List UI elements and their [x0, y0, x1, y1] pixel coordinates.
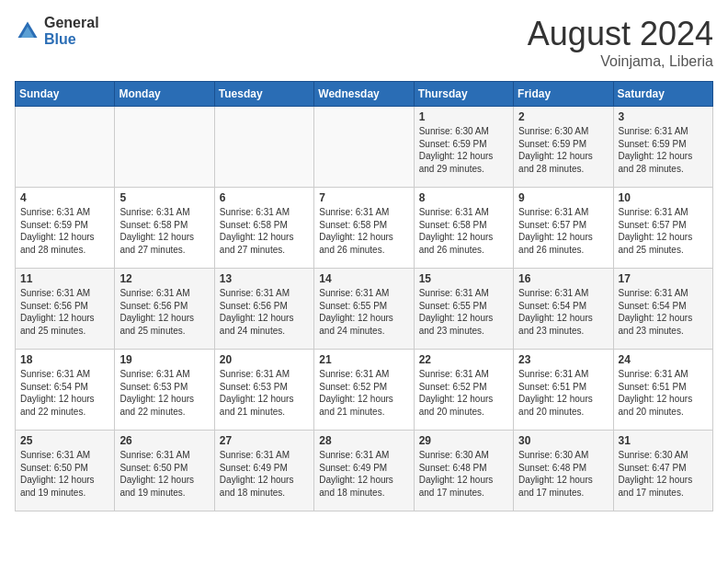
day-info: Sunrise: 6:31 AM Sunset: 6:55 PM Dayligh… [419, 287, 508, 337]
day-number: 7 [319, 191, 408, 204]
day-number: 15 [419, 272, 508, 285]
day-info: Sunrise: 6:30 AM Sunset: 6:59 PM Dayligh… [518, 125, 608, 175]
day-info: Sunrise: 6:31 AM Sunset: 6:54 PM Dayligh… [518, 287, 608, 337]
calendar-cell: 25Sunrise: 6:31 AM Sunset: 6:50 PM Dayli… [16, 431, 115, 511]
day-info: Sunrise: 6:30 AM Sunset: 6:48 PM Dayligh… [518, 449, 608, 499]
calendar-cell: 28Sunrise: 6:31 AM Sunset: 6:49 PM Dayli… [314, 431, 414, 511]
day-info: Sunrise: 6:31 AM Sunset: 6:55 PM Dayligh… [319, 287, 408, 337]
calendar-cell: 11Sunrise: 6:31 AM Sunset: 6:56 PM Dayli… [16, 269, 115, 350]
calendar-cell: 19Sunrise: 6:31 AM Sunset: 6:53 PM Dayli… [115, 350, 214, 431]
logo-icon [15, 18, 40, 44]
day-number: 27 [220, 434, 309, 447]
day-number: 18 [20, 353, 109, 366]
calendar-cell: 16Sunrise: 6:31 AM Sunset: 6:54 PM Dayli… [514, 269, 613, 350]
calendar-cell: 13Sunrise: 6:31 AM Sunset: 6:56 PM Dayli… [214, 269, 313, 350]
day-info: Sunrise: 6:31 AM Sunset: 6:53 PM Dayligh… [119, 368, 209, 418]
calendar-cell: 21Sunrise: 6:31 AM Sunset: 6:52 PM Dayli… [314, 350, 414, 431]
calendar-cell: 18Sunrise: 6:31 AM Sunset: 6:54 PM Dayli… [16, 350, 115, 431]
day-number: 29 [419, 434, 508, 447]
logo-general-text: General [44, 15, 99, 30]
day-number: 10 [619, 191, 708, 204]
day-number: 13 [220, 272, 309, 285]
day-number: 3 [619, 110, 708, 123]
calendar-cell: 29Sunrise: 6:30 AM Sunset: 6:48 PM Dayli… [414, 431, 513, 511]
day-number: 9 [518, 191, 608, 204]
day-info: Sunrise: 6:31 AM Sunset: 6:50 PM Dayligh… [119, 449, 209, 499]
day-info: Sunrise: 6:31 AM Sunset: 6:57 PM Dayligh… [619, 206, 708, 256]
calendar-cell: 9Sunrise: 6:31 AM Sunset: 6:57 PM Daylig… [514, 188, 613, 269]
calendar-cell: 20Sunrise: 6:31 AM Sunset: 6:53 PM Dayli… [214, 350, 313, 431]
day-info: Sunrise: 6:31 AM Sunset: 6:51 PM Dayligh… [619, 368, 708, 418]
calendar-week-1: 1Sunrise: 6:30 AM Sunset: 6:59 PM Daylig… [16, 107, 713, 188]
calendar-cell: 17Sunrise: 6:31 AM Sunset: 6:54 PM Dayli… [613, 269, 712, 350]
calendar-table: SundayMondayTuesdayWednesdayThursdayFrid… [15, 81, 713, 511]
day-info: Sunrise: 6:31 AM Sunset: 6:50 PM Dayligh… [20, 449, 109, 499]
calendar-cell: 23Sunrise: 6:31 AM Sunset: 6:51 PM Dayli… [514, 350, 613, 431]
calendar-cell: 12Sunrise: 6:31 AM Sunset: 6:56 PM Dayli… [115, 269, 214, 350]
calendar-cell: 7Sunrise: 6:31 AM Sunset: 6:58 PM Daylig… [314, 188, 414, 269]
calendar-cell: 15Sunrise: 6:31 AM Sunset: 6:55 PM Dayli… [414, 269, 513, 350]
calendar-cell: 10Sunrise: 6:31 AM Sunset: 6:57 PM Dayli… [613, 188, 712, 269]
calendar-cell: 3Sunrise: 6:31 AM Sunset: 6:59 PM Daylig… [613, 107, 712, 188]
day-info: Sunrise: 6:31 AM Sunset: 6:51 PM Dayligh… [518, 368, 608, 418]
day-number: 25 [20, 434, 109, 447]
calendar-week-4: 18Sunrise: 6:31 AM Sunset: 6:54 PM Dayli… [16, 350, 713, 431]
calendar-cell: 14Sunrise: 6:31 AM Sunset: 6:55 PM Dayli… [314, 269, 414, 350]
day-number: 2 [518, 110, 608, 123]
day-number: 24 [619, 353, 708, 366]
calendar-cell [16, 107, 115, 188]
day-info: Sunrise: 6:31 AM Sunset: 6:53 PM Dayligh… [220, 368, 309, 418]
col-header-friday: Friday [514, 82, 613, 107]
col-header-monday: Monday [115, 82, 214, 107]
day-info: Sunrise: 6:30 AM Sunset: 6:47 PM Dayligh… [619, 449, 708, 499]
calendar-week-3: 11Sunrise: 6:31 AM Sunset: 6:56 PM Dayli… [16, 269, 713, 350]
day-number: 1 [419, 110, 508, 123]
calendar-cell [115, 107, 214, 188]
day-number: 11 [20, 272, 109, 285]
calendar-title: August 2024 [528, 15, 713, 53]
day-number: 19 [119, 353, 209, 366]
calendar-cell: 30Sunrise: 6:30 AM Sunset: 6:48 PM Dayli… [514, 431, 613, 511]
calendar-cell: 5Sunrise: 6:31 AM Sunset: 6:58 PM Daylig… [115, 188, 214, 269]
calendar-cell: 24Sunrise: 6:31 AM Sunset: 6:51 PM Dayli… [613, 350, 712, 431]
day-info: Sunrise: 6:31 AM Sunset: 6:59 PM Dayligh… [20, 206, 109, 256]
calendar-cell: 22Sunrise: 6:31 AM Sunset: 6:52 PM Dayli… [414, 350, 513, 431]
calendar-week-2: 4Sunrise: 6:31 AM Sunset: 6:59 PM Daylig… [16, 188, 713, 269]
day-info: Sunrise: 6:31 AM Sunset: 6:49 PM Dayligh… [319, 449, 408, 499]
col-header-saturday: Saturday [613, 82, 712, 107]
logo: General Blue [15, 15, 99, 47]
calendar-cell: 26Sunrise: 6:31 AM Sunset: 6:50 PM Dayli… [115, 431, 214, 511]
col-header-sunday: Sunday [16, 82, 115, 107]
calendar-cell: 27Sunrise: 6:31 AM Sunset: 6:49 PM Dayli… [214, 431, 313, 511]
calendar-subtitle: Voinjama, Liberia [528, 53, 713, 70]
day-info: Sunrise: 6:31 AM Sunset: 6:58 PM Dayligh… [119, 206, 209, 256]
page-header: General Blue August 2024 Voinjama, Liber… [15, 15, 713, 70]
col-header-wednesday: Wednesday [314, 82, 414, 107]
day-info: Sunrise: 6:31 AM Sunset: 6:49 PM Dayligh… [220, 449, 309, 499]
col-header-thursday: Thursday [414, 82, 513, 107]
day-info: Sunrise: 6:31 AM Sunset: 6:59 PM Dayligh… [619, 125, 708, 175]
day-number: 23 [518, 353, 608, 366]
calendar-cell [314, 107, 414, 188]
day-info: Sunrise: 6:31 AM Sunset: 6:56 PM Dayligh… [119, 287, 209, 337]
day-number: 26 [119, 434, 209, 447]
day-number: 4 [20, 191, 109, 204]
calendar-cell: 1Sunrise: 6:30 AM Sunset: 6:59 PM Daylig… [414, 107, 513, 188]
day-number: 16 [518, 272, 608, 285]
day-number: 28 [319, 434, 408, 447]
day-info: Sunrise: 6:31 AM Sunset: 6:52 PM Dayligh… [319, 368, 408, 418]
day-number: 30 [518, 434, 608, 447]
calendar-cell: 6Sunrise: 6:31 AM Sunset: 6:58 PM Daylig… [214, 188, 313, 269]
day-number: 14 [319, 272, 408, 285]
calendar-cell: 2Sunrise: 6:30 AM Sunset: 6:59 PM Daylig… [514, 107, 613, 188]
logo-blue-text: Blue [44, 31, 76, 47]
calendar-week-5: 25Sunrise: 6:31 AM Sunset: 6:50 PM Dayli… [16, 431, 713, 511]
day-info: Sunrise: 6:31 AM Sunset: 6:58 PM Dayligh… [419, 206, 508, 256]
calendar-cell: 31Sunrise: 6:30 AM Sunset: 6:47 PM Dayli… [613, 431, 712, 511]
calendar-cell: 8Sunrise: 6:31 AM Sunset: 6:58 PM Daylig… [414, 188, 513, 269]
day-number: 17 [619, 272, 708, 285]
day-number: 22 [419, 353, 508, 366]
day-number: 20 [220, 353, 309, 366]
calendar-cell [214, 107, 313, 188]
day-number: 5 [119, 191, 209, 204]
